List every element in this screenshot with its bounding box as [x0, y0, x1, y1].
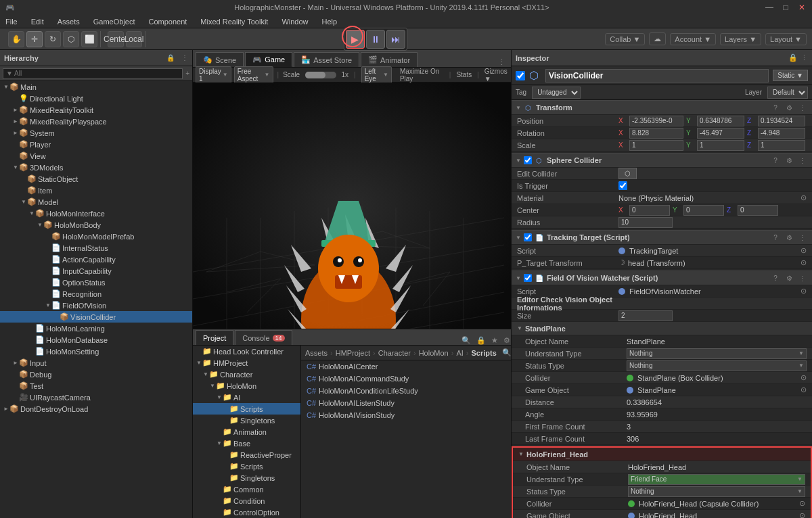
- size-input[interactable]: [618, 310, 673, 321]
- hierarchy-lock[interactable]: 🔒: [166, 54, 175, 62]
- is-trigger-checkbox[interactable]: [618, 181, 627, 190]
- local-toggle[interactable]: Local: [126, 31, 142, 47]
- p-target-btn[interactable]: ⊙: [800, 258, 807, 267]
- object-active-checkbox[interactable]: [516, 71, 525, 80]
- proj-controloption[interactable]: 📁 ControlOption: [193, 507, 300, 518]
- holofriend-understand-select[interactable]: Friend Face ▼: [628, 474, 805, 485]
- lock-bottom-icon[interactable]: 🔒: [474, 336, 489, 345]
- radius-input[interactable]: [618, 217, 673, 228]
- inspector-more[interactable]: ⋮: [800, 53, 808, 62]
- fov-script-btn[interactable]: ⊙: [800, 287, 807, 296]
- standplane-status-select[interactable]: Nothing ▼: [627, 360, 807, 371]
- pos-z[interactable]: [758, 116, 805, 126]
- tool-scale[interactable]: ⬡: [63, 31, 79, 47]
- layer-select[interactable]: Default: [767, 87, 808, 99]
- tab-animator[interactable]: 🎬 Animator: [361, 52, 418, 67]
- proj-common[interactable]: 📁 Common: [193, 484, 300, 495]
- standplane-go-btn[interactable]: ⊙: [800, 385, 807, 394]
- tree-holomon-database[interactable]: 📄 HoloMonDatabase: [0, 334, 192, 346]
- menu-component[interactable]: Component: [145, 16, 189, 27]
- tracking-active-checkbox[interactable]: [524, 233, 532, 241]
- standplane-collider-btn[interactable]: ⊙: [800, 373, 807, 382]
- proj-scripts[interactable]: 📁 Scripts: [193, 403, 300, 415]
- fov-more[interactable]: ⋮: [797, 273, 808, 283]
- menu-window[interactable]: Window: [279, 16, 311, 27]
- tree-holomon-interface[interactable]: ▼ 📦 HoloMonInterface: [0, 208, 192, 219]
- transform-help[interactable]: ?: [770, 102, 781, 113]
- file-holomon-listen[interactable]: C# HoloMonAIListenStudy: [301, 397, 516, 409]
- menu-mixedreality[interactable]: Mixed Reality Toolkit: [198, 16, 271, 27]
- tree-view[interactable]: 📦 View: [0, 150, 192, 162]
- tree-player[interactable]: 📦 Player: [0, 139, 192, 150]
- holofriend-header[interactable]: ▼ HoloFriend_Head: [513, 448, 811, 461]
- tracking-help[interactable]: ?: [770, 232, 781, 243]
- tree-holomon-body[interactable]: ▼ 📦 HoloMonBody: [0, 219, 192, 231]
- holofriend-status-select[interactable]: Nothing ▼: [628, 486, 805, 497]
- transform-more[interactable]: ⋮: [797, 102, 808, 113]
- window-controls[interactable]: — □ ✕: [765, 3, 807, 12]
- tab-more-icon[interactable]: ⋮: [498, 58, 505, 67]
- search-icon[interactable]: 🔍: [459, 336, 474, 345]
- file-holomon-command-study[interactable]: C# HoloMonAICommandStudy: [301, 373, 516, 385]
- hierarchy-more[interactable]: ⋮: [181, 54, 188, 62]
- tree-debug[interactable]: 📦 Debug: [0, 369, 192, 380]
- proj-animation[interactable]: 📁 Animation: [193, 426, 300, 438]
- layers-button[interactable]: Layers ▼: [720, 33, 761, 45]
- tree-option-status[interactable]: 📄 OptionStatus: [0, 277, 192, 288]
- proj-base[interactable]: ▼ 📁 Base: [193, 438, 300, 449]
- standplane-understand-select[interactable]: Nothing ▼: [627, 348, 807, 359]
- hierarchy-add[interactable]: +: [185, 70, 189, 77]
- close-button[interactable]: ✕: [797, 3, 807, 12]
- menu-gameobject[interactable]: GameObject: [91, 16, 138, 27]
- tree-dontdestroy[interactable]: ► 📦 DontDestroyOnLoad: [0, 403, 192, 415]
- tool-hand[interactable]: ✋: [8, 31, 24, 47]
- account-button[interactable]: Account ▼: [670, 33, 716, 45]
- tracking-target-header[interactable]: ▼ 📄 Tracking Target (Script) ? ⚙ ⋮: [512, 230, 812, 245]
- menu-assets[interactable]: Assets: [55, 16, 83, 27]
- sphere-active-checkbox[interactable]: [524, 156, 532, 164]
- tree-system[interactable]: ► 📦 System: [0, 127, 192, 139]
- tracking-settings[interactable]: ⚙: [784, 232, 794, 243]
- tree-main[interactable]: ▼ 📦 Main: [0, 81, 192, 93]
- star-icon[interactable]: ★: [489, 336, 501, 345]
- pos-x[interactable]: [629, 116, 683, 126]
- pause-button[interactable]: ⏸: [366, 30, 385, 49]
- file-holomon-ai-center[interactable]: C# HoloMonAICenter: [301, 360, 516, 373]
- transform-settings[interactable]: ⚙: [784, 102, 794, 113]
- minimize-button[interactable]: —: [765, 3, 774, 12]
- rot-x[interactable]: [629, 128, 683, 139]
- aspect-dropdown[interactable]: Free Aspect ▼: [234, 66, 273, 84]
- holofriend-collider-btn[interactable]: ⊙: [799, 499, 805, 508]
- fov-watcher-header[interactable]: ▼ 📄 Field Of Vision Watcher (Script) ? ⚙…: [512, 270, 812, 285]
- scale-y[interactable]: [697, 140, 744, 151]
- tree-holomon-setting[interactable]: 📄 HoloMonSetting: [0, 346, 192, 357]
- fov-active-checkbox[interactable]: [524, 274, 532, 282]
- tree-mrplayspace[interactable]: ► 📦 MixedRealityPlayspace: [0, 116, 192, 127]
- scale-x[interactable]: [629, 140, 683, 151]
- center-toggle[interactable]: Center: [108, 31, 124, 47]
- tree-mixedreality[interactable]: ► 📦 MixedRealityToolkit: [0, 104, 192, 116]
- tree-model[interactable]: ▼ 📦 Model: [0, 196, 192, 208]
- static-button[interactable]: Static ▼: [773, 70, 808, 81]
- tool-rotate[interactable]: ↻: [45, 31, 61, 47]
- tab-console[interactable]: Console 14: [235, 330, 292, 345]
- holofriend-go-btn[interactable]: ⊙: [799, 511, 805, 518]
- collab-button[interactable]: Collab ▼: [605, 33, 645, 45]
- proj-singletons[interactable]: 📁 Singletons: [193, 415, 300, 426]
- tree-field-of-vision[interactable]: ▼ 📄 FieldOfVision: [0, 300, 192, 311]
- pos-y[interactable]: [697, 116, 744, 126]
- center-y[interactable]: [683, 205, 724, 216]
- file-holomon-condition-life[interactable]: C# HoloMonAIConditionLifeStudy: [301, 385, 516, 397]
- menu-file[interactable]: File: [3, 16, 20, 27]
- hierarchy-search-input[interactable]: [3, 68, 183, 79]
- material-target[interactable]: ⊙: [800, 193, 807, 202]
- tree-recognition[interactable]: 📄 Recognition: [0, 288, 192, 300]
- maximize-on-play[interactable]: Maximize On Play: [397, 67, 444, 83]
- standplane-header[interactable]: ▼ StandPlane: [512, 322, 812, 335]
- tool-rect[interactable]: ⬜: [81, 31, 97, 47]
- tree-staticobject[interactable]: 📦 StaticObject: [0, 173, 192, 185]
- sphere-help[interactable]: ?: [770, 155, 781, 166]
- proj-character[interactable]: ▼ 📁 Character: [193, 369, 300, 380]
- rot-z[interactable]: [758, 128, 805, 139]
- proj-head-look[interactable]: 📁 Head Look Controller: [193, 346, 300, 357]
